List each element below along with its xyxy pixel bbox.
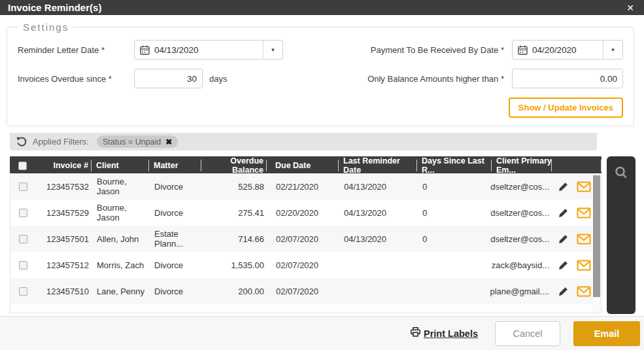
select-all-checkbox[interactable] — [18, 162, 27, 170]
filter-pill-text: Status = Unpaid — [103, 137, 161, 147]
header-due-date[interactable]: Due Date — [267, 156, 339, 175]
remove-filter-icon[interactable]: ✖ — [165, 137, 172, 147]
settings-row-amounts: Invoices Overdue since * days Only Balan… — [18, 69, 623, 88]
cell-balance: 714.66 — [202, 234, 267, 244]
chevron-down-icon[interactable]: ▾ — [603, 41, 622, 59]
cell-client: Lane, Penny — [92, 287, 150, 296]
cell-balance: 275.41 — [202, 208, 267, 218]
cell-invoice: 123457532 — [37, 182, 92, 192]
cancel-button[interactable]: Cancel — [495, 321, 560, 346]
header-client-primary-email[interactable]: Client Primary Em... — [492, 156, 552, 175]
edit-email-icon[interactable] — [552, 287, 573, 296]
table-row: 123457501 Allen, John Estate Plann... 71… — [10, 226, 601, 252]
cell-due-date: 02/07/2020 — [267, 234, 339, 244]
header-email-column — [573, 156, 602, 175]
overdue-since-group: Invoices Overdue since * days — [18, 69, 227, 88]
payment-date-value: 04/20/2020 — [528, 45, 603, 55]
cell-due-date: 02/07/2020 — [267, 260, 339, 270]
cell-matter: Divorce — [150, 260, 202, 270]
header-invoice[interactable]: Invoice # — [36, 156, 92, 175]
show-update-invoices-button[interactable]: Show / Update Invoices — [509, 97, 623, 118]
scrollbar-thumb[interactable] — [593, 175, 600, 297]
header-matter[interactable]: Matter — [149, 156, 201, 175]
edit-email-icon[interactable] — [552, 182, 573, 192]
edit-email-icon[interactable] — [552, 208, 573, 218]
cell-client: Bourne, Jason — [92, 177, 150, 196]
row-checkbox[interactable] — [19, 287, 27, 296]
row-checkbox[interactable] — [19, 183, 27, 191]
overdue-since-input[interactable] — [134, 69, 203, 88]
cell-email: dseltzer@cos... — [492, 182, 552, 192]
grid-search-panel — [607, 156, 636, 314]
cell-email: dseltzer@cos... — [492, 208, 552, 218]
calendar-icon — [140, 45, 150, 55]
row-checkbox-cell — [10, 183, 37, 191]
edit-email-icon[interactable] — [552, 234, 573, 244]
reminder-letter-date-picker[interactable]: 04/13/2020 ▾ — [134, 40, 283, 60]
cell-invoice: 123457501 — [37, 234, 92, 244]
send-email-icon[interactable] — [573, 181, 594, 192]
table-row: 123457512 Morris, Zach Divorce 1,535.00 … — [10, 252, 601, 278]
print-labels-link[interactable]: Print Labels — [410, 326, 478, 340]
cell-balance: 1,535.00 — [202, 260, 267, 270]
row-checkbox-cell — [10, 235, 37, 243]
send-email-icon[interactable] — [573, 234, 594, 245]
settings-button-row: Show / Update Invoices — [18, 97, 623, 118]
payment-date-picker[interactable]: 04/20/2020 ▾ — [512, 40, 623, 60]
close-icon[interactable]: ✕ — [624, 3, 636, 13]
cell-matter: Divorce — [150, 208, 202, 218]
header-days-since-last-reminder[interactable]: Days Since Last R... — [417, 156, 492, 175]
cell-days-since: 0 — [418, 208, 492, 218]
table-row: 123457529 Bourne, Jason Divorce 275.41 0… — [10, 200, 601, 226]
printer-icon — [410, 326, 421, 340]
row-checkbox[interactable] — [19, 209, 27, 217]
send-email-icon[interactable] — [573, 207, 594, 219]
print-labels-label: Print Labels — [424, 328, 478, 339]
dialog-titlebar: Invoice Reminder(s) ✕ — [0, 0, 644, 15]
cell-last-reminder: 04/13/2020 — [339, 208, 418, 218]
cell-days-since: 0 — [418, 234, 492, 244]
chevron-down-icon[interactable]: ▾ — [263, 41, 282, 59]
edit-email-icon[interactable] — [552, 260, 573, 270]
cell-email: dseltzer@cos... — [492, 234, 552, 244]
settings-row-dates: Reminder Letter Date * 04/13/2020 ▾ Paym… — [18, 40, 623, 60]
cell-client: Allen, John — [92, 234, 150, 244]
row-checkbox[interactable] — [19, 261, 27, 270]
cell-last-reminder: 04/13/2020 — [339, 182, 418, 192]
cell-due-date: 02/20/2020 — [267, 208, 339, 218]
applied-filters-label: Applied Filters: — [33, 137, 89, 147]
table-row: 123457510 Lane, Penny Divorce 200.00 02/… — [10, 278, 601, 304]
balance-higher-input[interactable] — [512, 69, 623, 88]
cell-client: Morris, Zach — [92, 260, 150, 270]
header-edit-column — [552, 156, 573, 175]
dialog-title: Invoice Reminder(s) — [8, 2, 624, 13]
select-all-cell — [10, 156, 36, 175]
row-checkbox[interactable] — [19, 235, 27, 243]
header-overdue-balance[interactable]: Overdue Balance — [201, 156, 267, 175]
calendar-icon — [518, 45, 528, 55]
grid-body: 123457532 Bourne, Jason Divorce 525.88 0… — [10, 173, 602, 313]
vertical-scrollbar[interactable] — [592, 173, 601, 313]
send-email-icon[interactable] — [573, 286, 594, 297]
header-client[interactable]: Client — [92, 156, 149, 175]
email-button[interactable]: Email — [573, 321, 640, 346]
cell-balance: 525.88 — [202, 182, 267, 192]
table-row: 123457532 Bourne, Jason Divorce 525.88 0… — [10, 173, 601, 200]
overdue-since-suffix: days — [209, 74, 227, 84]
cell-invoice: 123457512 — [37, 260, 92, 270]
cell-invoice: 123457529 — [37, 208, 92, 218]
reset-filters-icon[interactable] — [16, 136, 27, 147]
invoice-grid-area: Invoice # Client Matter Overdue Balance … — [10, 156, 644, 314]
row-checkbox-cell — [10, 287, 37, 296]
reminder-letter-date-group: Reminder Letter Date * 04/13/2020 ▾ — [18, 40, 283, 60]
cell-last-reminder: 04/13/2020 — [339, 234, 418, 244]
cell-days-since: 0 — [418, 182, 492, 192]
settings-section: Settings Reminder Letter Date * 04/13/20… — [7, 22, 634, 126]
send-email-icon[interactable] — [573, 260, 594, 271]
search-icon[interactable] — [613, 165, 629, 314]
settings-legend: Settings — [19, 22, 73, 33]
header-last-reminder-date[interactable]: Last Reminder Date — [339, 156, 417, 175]
overdue-since-label: Invoices Overdue since * — [18, 74, 134, 84]
balance-higher-group: Only Balance Amounts higher than * — [367, 69, 623, 88]
grid-header-row: Invoice # Client Matter Overdue Balance … — [10, 156, 602, 173]
